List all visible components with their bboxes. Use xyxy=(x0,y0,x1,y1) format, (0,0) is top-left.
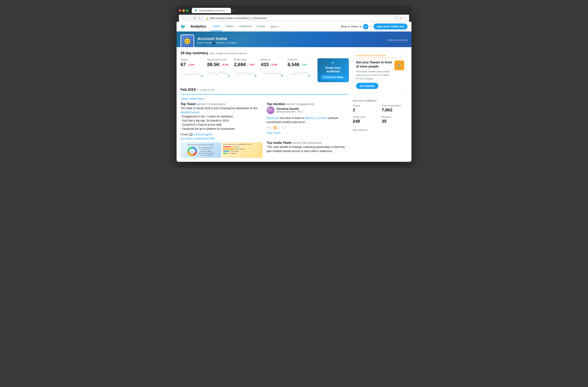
extensions-icon[interactable]: ⠿ xyxy=(400,17,402,20)
minimize-button[interactable] xyxy=(182,9,185,12)
nav-home[interactable]: Home xyxy=(211,22,222,31)
advertise-icon: 🛒 xyxy=(394,61,404,70)
feb-new-followers-label: New followers xyxy=(353,129,408,131)
metric-visits-value: 2,694 ↓7.8% xyxy=(234,62,258,67)
more-label: More xyxy=(270,25,276,28)
shopping-cart-icon: 🛒 xyxy=(397,63,402,68)
metric-impressions-change: ↓9.4% xyxy=(221,63,229,66)
retweet-action: 🔁 1 xyxy=(273,126,278,129)
user-name: Brian G. Peters xyxy=(341,25,358,28)
pic-link[interactable]: pic.twitter.com/8eQAzROf9o xyxy=(180,137,215,140)
metric-followers-label: Followers xyxy=(288,58,311,61)
svg-point-1 xyxy=(228,75,230,77)
top-media-earned: earned 336 impressions xyxy=(293,141,322,144)
close-button[interactable] xyxy=(179,9,181,12)
metric-tweets-change: ↓4.3% xyxy=(187,63,194,66)
feb-mentions-label: Mentions xyxy=(382,116,408,118)
url-text: https://analytics.twitter.com/user/Brian… xyxy=(210,17,267,20)
feb-summary-section: FEB 2019 SUMMARY Tweets 2 Tweet impressi… xyxy=(353,96,408,135)
metric-tweets-chart xyxy=(180,69,204,77)
traffic-lights xyxy=(179,9,188,12)
nav-brand: Analytics xyxy=(190,24,206,29)
nav-audiences[interactable]: Audiences xyxy=(237,22,254,31)
tab-close-icon[interactable]: ✕ xyxy=(227,9,228,12)
tweet-image-left: part of your social media strategy? xyxy=(180,142,221,158)
star-icon[interactable]: ☆ xyxy=(396,17,399,20)
back-button[interactable]: ← xyxy=(182,16,186,20)
top-tweet-earned: earned 378 impressions xyxy=(196,102,226,106)
tab-bar: 🐦 Twitter Analytics account over... ✕ + xyxy=(192,8,236,13)
mention-user-name: Christina Garnett xyxy=(276,107,303,110)
top-media-heading: Top media Tweet earned 336 impressions xyxy=(267,141,349,144)
arrow-up-icon: ↑ xyxy=(300,63,302,66)
chevron-down-icon: ▾ xyxy=(277,25,278,28)
arrow-down-icon: ↓ xyxy=(221,63,222,66)
period-month: Feb 2019 xyxy=(180,88,195,92)
svg-point-0 xyxy=(201,75,203,77)
metric-mentions-chart xyxy=(261,69,284,77)
metric-visits-label: Profile visits xyxy=(234,58,258,61)
user-menu[interactable]: Brian G. Peters ▾ xyxy=(341,25,361,28)
arrow-down-icon: ↓ xyxy=(270,63,271,66)
feb-mentions-value: 35 xyxy=(382,119,408,124)
advertise-label: ADVERTISE ON TWITTER xyxy=(356,54,404,58)
feb-impressions-label: Tweet impressions xyxy=(382,104,408,107)
metric-tweets-label: Tweets xyxy=(180,58,204,61)
svg-point-2 xyxy=(255,75,256,77)
reply-icon: ↩ xyxy=(267,126,269,129)
active-tab[interactable]: 🐦 Twitter Analytics account over... ✕ xyxy=(192,8,231,13)
nav-tweets[interactable]: Tweets xyxy=(223,22,236,31)
address-bar: ← → ↻ ⌂ 🔒 https://analytics.twitter.com/… xyxy=(179,15,409,22)
new-tab-button[interactable]: + xyxy=(231,8,236,13)
metric-impressions-chart xyxy=(207,69,231,77)
grow-audience-card: 🐦 Grow your audience Try Promote Mode xyxy=(317,58,349,82)
url-field[interactable]: 🔒 https://analytics.twitter.com/user/Bri… xyxy=(203,16,394,20)
top-mention-section: Top mention earned 5 engagements CG Chri… xyxy=(267,102,349,158)
mention-avatar: CG xyxy=(267,106,274,114)
try-promote-mode-button[interactable]: Try Promote Mode xyxy=(321,75,346,80)
feb-visits-value: 248 xyxy=(353,119,378,124)
account-info: 😊 Account home Brian Peters 📱 @Brian_G_P… xyxy=(180,33,237,46)
metric-visits-chart xyxy=(234,69,258,77)
metric-visits-change: ↓7.8% xyxy=(247,63,254,66)
feb-new-followers: New followers xyxy=(353,126,408,131)
feb-visits-label: Profile visits xyxy=(353,116,378,118)
tab-title: Twitter Analytics account over... xyxy=(199,9,225,12)
sign-up-twitter-ads-button[interactable]: Sign up for Twitter Ads xyxy=(374,23,408,30)
metric-impressions-value: 88.5K ↓9.4% xyxy=(207,62,231,67)
like-action: ♡ 2 xyxy=(281,126,285,129)
maximize-button[interactable] xyxy=(186,9,188,12)
feb-summary-label: FEB 2019 SUMMARY xyxy=(353,100,408,102)
arrow-down-icon: ↓ xyxy=(187,63,188,66)
main-nav: 🐦 Analytics Home Tweets Audiences Events… xyxy=(177,22,411,32)
nav-more[interactable]: More ▾ xyxy=(268,22,280,31)
feb-tweets-value: 2 xyxy=(353,107,378,113)
nav-events[interactable]: Events xyxy=(255,22,267,31)
retweet-icon: 🔁 xyxy=(273,126,276,129)
user-avatar: BP xyxy=(363,24,368,29)
menu-icon[interactable]: ⋮ xyxy=(404,17,406,20)
get-started-button[interactable]: Get started xyxy=(356,83,378,89)
mention-brian-link[interactable]: @Brian_G_Peters xyxy=(305,116,327,120)
period-dot: • xyxy=(197,88,198,92)
mention-jcolman-link[interactable]: @jcolman xyxy=(267,116,279,120)
feb-impressions-value: 7,662 xyxy=(382,107,408,113)
svg-point-3 xyxy=(282,75,283,77)
tab-favicon: 🐦 xyxy=(195,9,198,12)
hashtag-buffer-podcast[interactable]: #BufferPodcast xyxy=(180,111,199,114)
forward-button[interactable]: → xyxy=(187,16,191,20)
account-handle: Brian Peters 📱 @Brian_G_Peters xyxy=(197,41,237,44)
feb-impressions: Tweet impressions 7,662 xyxy=(382,104,408,113)
home-button[interactable]: ⌂ xyxy=(198,16,201,20)
mention-tweet-text: @jcolman You have to listen to @Brian_G_… xyxy=(267,116,349,124)
metric-tweets: Tweets 67 ↓4.3% xyxy=(180,58,207,80)
user-display-name: Brian Peters xyxy=(197,41,211,44)
view-tweet-link[interactable]: View Tweet xyxy=(267,131,280,134)
top-mention-heading: Top mention earned 5 engagements xyxy=(267,102,349,106)
period-header: Feb 2019 • 4 days so far... xyxy=(180,86,349,92)
feb-visits: Profile visits 248 xyxy=(353,116,378,124)
refresh-button[interactable]: ↻ xyxy=(193,16,196,20)
buff-link[interactable]: buff.ly/2UqgOkt xyxy=(193,133,212,136)
account-home-title: Account home xyxy=(197,36,237,41)
advertise-content: Get your Tweets in front of more people … xyxy=(356,61,404,89)
